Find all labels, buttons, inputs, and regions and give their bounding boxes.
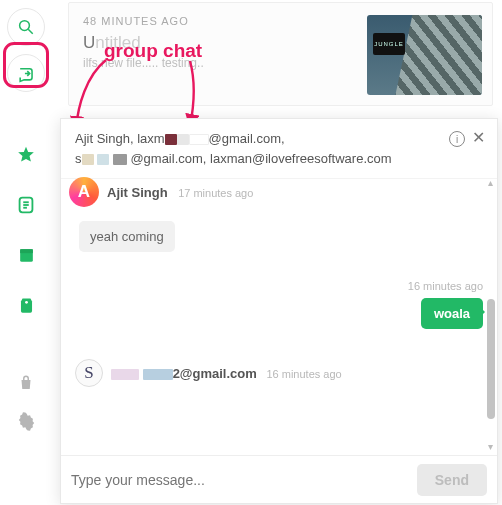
info-icon[interactable]: i <box>449 131 465 147</box>
avatar: A <box>69 177 99 207</box>
chat-input-bar: Send <box>61 455 497 503</box>
note-card[interactable]: 48 MINUTES AGO Untitled ilfs new file...… <box>68 2 493 106</box>
message-bubble: yeah coming <box>79 221 175 252</box>
shopping-bag-icon[interactable] <box>15 372 37 394</box>
star-icon[interactable] <box>7 136 45 174</box>
message-bubble-own: woala <box>421 298 483 329</box>
gear-icon[interactable] <box>15 410 37 432</box>
sidebar <box>0 0 52 505</box>
message-author: Ajit Singh <box>107 185 168 200</box>
message-item: A Ajit Singh 17 minutes ago <box>75 183 483 207</box>
scroll-up-icon[interactable]: ▴ <box>485 177 495 189</box>
book-icon[interactable] <box>7 236 45 274</box>
message-time: 16 minutes ago <box>266 368 341 380</box>
chat-panel: Ajit Singh, laxm@gmail.com, s @gmail.com… <box>60 118 498 504</box>
note-thumbnail: JUNGLE <box>367 15 482 95</box>
chat-messages: A Ajit Singh 17 minutes ago yeah coming … <box>61 175 497 455</box>
svg-rect-7 <box>20 249 33 253</box>
search-icon[interactable] <box>7 8 45 46</box>
inbox-arrow-icon[interactable] <box>7 54 45 92</box>
message-item: S 2@gmail.com 16 minutes ago <box>75 359 483 387</box>
avatar: S <box>75 359 103 387</box>
message-time: 16 minutes ago <box>75 280 483 292</box>
close-icon[interactable]: ✕ <box>469 129 487 147</box>
scroll-down-icon[interactable]: ▾ <box>485 441 495 453</box>
message-author: 2@gmail.com <box>111 366 260 381</box>
scrollbar-thumb[interactable] <box>487 299 495 419</box>
send-button[interactable]: Send <box>417 464 487 496</box>
message-time: 17 minutes ago <box>178 187 253 199</box>
tag-icon[interactable] <box>7 286 45 324</box>
document-outline-icon[interactable] <box>7 186 45 224</box>
message-input[interactable] <box>71 472 409 488</box>
chat-participants: Ajit Singh, laxm@gmail.com, s @gmail.com… <box>61 119 497 179</box>
svg-line-1 <box>28 29 33 34</box>
svg-point-0 <box>20 21 30 31</box>
svg-point-8 <box>25 300 28 303</box>
